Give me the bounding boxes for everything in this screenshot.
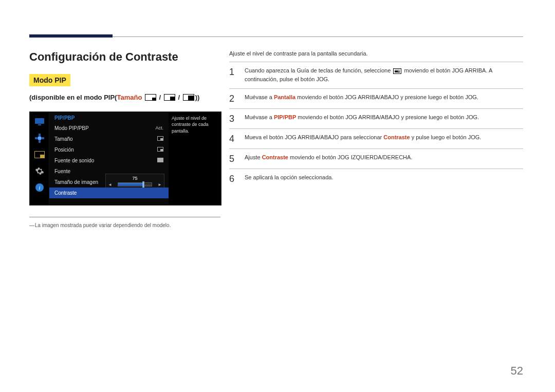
footnote: ― La imagen mostrada puede variar depend… — [29, 222, 222, 228]
subheading-suffix: )) — [195, 94, 200, 101]
step-highlight: Contraste — [262, 154, 288, 160]
footnote-text: La imagen mostrada puede variar dependie… — [35, 222, 171, 228]
step-text: Se aplicará la opción seleccionada. — [245, 174, 333, 180]
mode-pip-badge: Modo PIP — [29, 74, 70, 86]
right-column: Ajuste el nivel de contraste para la pan… — [229, 50, 523, 189]
svg-rect-6 — [35, 118, 44, 124]
step-body: Muévase a Pantalla moviendo el botón JOG… — [245, 93, 523, 102]
step-number: 4 — [229, 133, 237, 143]
step-text: y pulse luego el botón JOG. — [410, 134, 482, 140]
osd-row-value — [157, 147, 163, 153]
step-row: 1Cuando aparezca la Guía de teclas de fu… — [229, 62, 523, 88]
size-icon-1 — [145, 94, 156, 102]
intro-text: Ajuste el nivel de contraste para la pan… — [229, 50, 523, 57]
step-text: Muévase a — [245, 114, 274, 120]
step-row: 3Muévase a PIP/PBP moviendo el botón JOG… — [229, 108, 523, 128]
subheading-prefix: (disponible en el modo PIP( — [29, 94, 117, 101]
step-highlight: Contraste — [383, 134, 410, 140]
page-number: 52 — [511, 364, 523, 378]
slider-left-arrow-icon: ◄ — [108, 182, 112, 187]
osd-row-modo: Modo PIP/PBP Act. — [49, 123, 169, 134]
osd-row-label: Tamaño de imagen — [54, 179, 98, 185]
monitor-icon — [34, 116, 45, 127]
svg-rect-7 — [38, 124, 41, 125]
steps-list: 1Cuando aparezca la Guía de teclas de fu… — [229, 62, 523, 189]
step-number: 3 — [229, 113, 237, 123]
osd-row-label: Fuente de sonido — [54, 158, 94, 163]
step-body: Mueva el botón JOG ARRIBA/ABAJO para sel… — [245, 133, 523, 142]
sep2: / — [176, 94, 182, 101]
osd-screenshot: i PIP/PBP Modo PIP/PBP Act. Tamaño Posic… — [29, 111, 221, 206]
osd-menu: PIP/PBP Modo PIP/PBP Act. Tamaño Posició… — [49, 112, 169, 205]
osd-slider-fill — [118, 183, 143, 186]
step-number: 1 — [229, 66, 237, 77]
footnote-dash: ― — [29, 222, 35, 228]
pip-icon — [34, 149, 45, 160]
step-text: Cuando aparezca la Guía de teclas de fun… — [245, 67, 392, 73]
step-number: 2 — [229, 93, 237, 103]
osd-sidebar: i — [30, 112, 49, 205]
osd-row-value: Act. — [155, 125, 163, 130]
osd-row-tamano: Tamaño — [49, 134, 169, 144]
page-title: Configuración de Contraste — [29, 50, 222, 64]
osd-slider-track — [118, 182, 152, 186]
svg-rect-12 — [40, 155, 44, 158]
osd-slider-value: 75 — [108, 176, 162, 181]
svg-rect-1 — [152, 98, 156, 100]
step-text: moviendo el botón JOG IZQUIERDA/DERECHA. — [288, 154, 412, 160]
step-text: Ajuste — [245, 154, 262, 160]
osd-menu-header: PIP/PBP — [49, 112, 169, 123]
menu-icon — [393, 68, 401, 74]
osd-hint-panel: Ajuste el nivel de contraste de cada pan… — [169, 112, 221, 205]
svg-rect-5 — [188, 96, 194, 100]
size-icon-3 — [183, 94, 194, 102]
step-text: moviendo el botón JOG ARRIBA/ABAJO y pre… — [295, 94, 478, 100]
step-row: 6Se aplicará la opción seleccionada. — [229, 169, 523, 189]
osd-row-posicion: Posición — [49, 144, 169, 155]
dpad-icon — [34, 133, 45, 144]
osd-row-label: Modo PIP/PBP — [54, 125, 89, 131]
sep1: / — [157, 94, 163, 101]
osd-row-label: Fuente — [54, 169, 70, 174]
step-text: Mueva el botón JOG ARRIBA/ABAJO para sel… — [245, 134, 383, 140]
step-highlight: PIP/PBP — [274, 114, 296, 120]
top-accent-bar — [29, 34, 113, 38]
step-number: 6 — [229, 173, 237, 183]
step-row: 5Ajuste Contraste moviendo el botón JOG … — [229, 148, 523, 169]
step-body: Muévase a PIP/PBP moviendo el botón JOG … — [245, 113, 523, 122]
svg-rect-3 — [170, 97, 175, 100]
step-body: Ajuste Contraste moviendo el botón JOG I… — [245, 153, 523, 162]
step-number: 5 — [229, 153, 237, 163]
svg-text:i: i — [39, 184, 40, 191]
info-icon: i — [34, 182, 45, 193]
left-column: Configuración de Contraste Modo PIP (dis… — [29, 50, 222, 228]
osd-row-value — [157, 136, 163, 142]
svg-rect-10 — [38, 137, 41, 140]
subheading-size-label: Tamaño — [117, 94, 142, 101]
step-body: Se aplicará la opción seleccionada. — [245, 173, 523, 182]
osd-row-label: Tamaño — [54, 136, 73, 142]
osd-hint-text: Ajuste el nivel de contraste de cada pan… — [172, 115, 218, 135]
osd-row-contraste: Contraste — [49, 188, 169, 198]
size-icon-2 — [164, 94, 175, 102]
osd-row-fuente-sonido: Fuente de sonido — [49, 155, 169, 166]
step-row: 4Mueva el botón JOG ARRIBA/ABAJO para se… — [229, 128, 523, 148]
step-highlight: Pantalla — [274, 94, 295, 100]
osd-row-label: Contraste — [54, 190, 77, 196]
gear-icon — [34, 165, 45, 177]
osd-row-value — [157, 158, 163, 163]
osd-row-tamano-imagen: Tamaño de imagen 75 ◄ ► — [49, 177, 169, 188]
osd-row-label: Posición — [54, 147, 74, 153]
step-text: Muévase a — [245, 94, 274, 100]
subheading: (disponible en el modo PIP(Tamaño / / )) — [29, 94, 222, 102]
slider-right-arrow-icon: ► — [158, 182, 162, 187]
step-body: Cuando aparezca la Guía de teclas de fun… — [245, 66, 523, 83]
step-row: 2Muévase a Pantalla moviendo el botón JO… — [229, 88, 523, 108]
left-footer-rule — [29, 217, 220, 217]
step-text: moviendo el botón JOG ARRIBA/ABAJO y pre… — [296, 114, 479, 120]
